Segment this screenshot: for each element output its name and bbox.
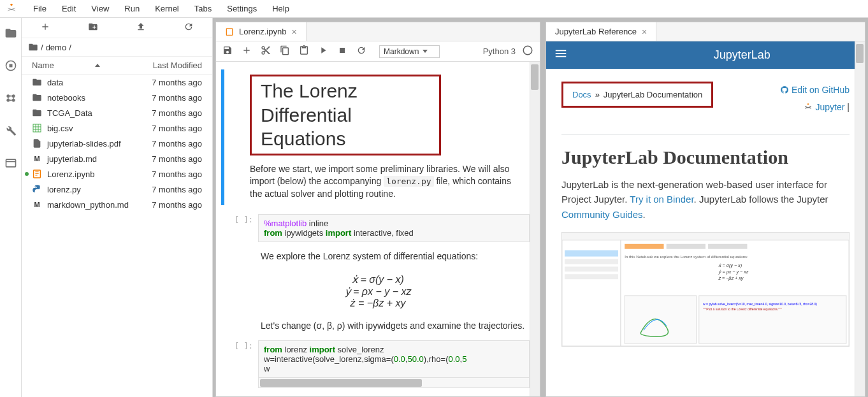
- cell-type-select[interactable]: Markdown: [379, 45, 440, 58]
- list-item[interactable]: Mjupyterlab.md7 months ago: [22, 151, 212, 166]
- tools-icon[interactable]: [4, 124, 17, 139]
- svg-point-4: [11, 94, 15, 97]
- refresh-icon[interactable]: [184, 22, 194, 34]
- svg-rect-24: [708, 244, 747, 249]
- code-cell[interactable]: [ ]: from lorenz import solve_lorenz w=i…: [216, 338, 540, 391]
- svg-point-14: [807, 103, 809, 105]
- svg-rect-20: [565, 266, 618, 271]
- svg-text:ẋ = σ(y − x): ẋ = σ(y − x): [718, 263, 742, 268]
- list-item[interactable]: Mmarkdown_python.md7 months ago: [22, 197, 212, 212]
- docs-body[interactable]: JupyterLab Docs » JupyterLab Documentati…: [546, 41, 865, 396]
- close-icon[interactable]: ×: [291, 27, 296, 37]
- code-input[interactable]: from lorenz import solve_lorenz w=intera…: [258, 340, 530, 378]
- restart-icon[interactable]: [356, 45, 366, 57]
- svg-text:"""Plot a solution to the Lore: """Plot a solution to the Lorenz differe…: [703, 307, 782, 311]
- list-item[interactable]: data7 months ago: [22, 75, 212, 90]
- menu-settings[interactable]: Settings: [219, 1, 264, 16]
- menu-tabs[interactable]: Tabs: [187, 1, 219, 16]
- menu-run[interactable]: Run: [117, 1, 147, 16]
- breadcrumb-folder[interactable]: demo: [46, 43, 67, 52]
- svg-point-0: [10, 3, 12, 5]
- edit-github-link[interactable]: Edit on GitHub: [780, 82, 850, 99]
- svg-rect-7: [6, 159, 15, 167]
- code-cell[interactable]: [ ]: %matplotlib inline from ipywidgets …: [216, 212, 540, 245]
- paste-icon[interactable]: [299, 45, 309, 57]
- notebook-body[interactable]: The Lorenz Differential Equations Before…: [216, 62, 540, 396]
- cut-icon[interactable]: [261, 45, 271, 57]
- svg-rect-11: [226, 28, 232, 35]
- folder-icon: [32, 108, 42, 118]
- code-input[interactable]: %matplotlib inline from ipywidgets impor…: [258, 214, 530, 242]
- file-browser-icon[interactable]: [4, 27, 17, 41]
- upload-icon[interactable]: [136, 22, 146, 34]
- header-modified[interactable]: Last Modified: [153, 61, 202, 70]
- main-menu-bar: File Edit View Run Kernel Tabs Settings …: [0, 0, 868, 18]
- scrollbar[interactable]: [530, 62, 540, 396]
- menu-edit[interactable]: Edit: [54, 1, 83, 16]
- svg-rect-18: [565, 250, 618, 257]
- menu-kernel[interactable]: Kernel: [147, 1, 187, 16]
- markdown-cell[interactable]: The Lorenz Differential Equations Before…: [221, 69, 540, 205]
- close-icon[interactable]: ×: [642, 27, 647, 37]
- jupyter-link[interactable]: Jupyter |: [780, 99, 850, 116]
- running-icon[interactable]: [4, 59, 17, 74]
- run-icon[interactable]: [318, 45, 328, 57]
- list-item[interactable]: lorenz.py7 months ago: [22, 182, 212, 197]
- jupyter-logo-icon: [5, 3, 18, 15]
- docs-breadcrumb-row: Docs » JupyterLab Documentation Edit on …: [561, 82, 850, 135]
- kernel-name[interactable]: Python 3: [483, 47, 516, 56]
- menu-file[interactable]: File: [25, 1, 54, 16]
- list-item[interactable]: jupyterlab-slides.pdf7 months ago: [22, 136, 212, 151]
- file-browser-toolbar: [22, 18, 212, 38]
- docs-screenshot-image: In this Notebook we explore the Lorenz s…: [561, 232, 850, 347]
- stop-icon[interactable]: [337, 45, 347, 57]
- tab-lorenz[interactable]: Lorenz.ipynb ×: [216, 22, 307, 41]
- docs-paragraph: JupyterLab is the next-generation web-ba…: [561, 177, 850, 222]
- svg-rect-22: [625, 244, 663, 249]
- docs-panel: JupyterLab Reference × JupyterLab Docs »: [546, 22, 865, 397]
- menu-help[interactable]: Help: [264, 1, 297, 16]
- svg-text:In this Notebook we explore th: In this Notebook we explore the Lorenz s…: [625, 255, 748, 259]
- notebook-title: The Lorenz Differential Equations: [250, 75, 441, 155]
- list-item[interactable]: TCGA_Data7 months ago: [22, 105, 212, 120]
- folder-icon: [32, 92, 42, 103]
- copy-icon[interactable]: [280, 45, 290, 57]
- notebook-toolbar: Markdown Python 3: [216, 41, 540, 62]
- scrollbar[interactable]: [855, 41, 865, 396]
- svg-point-5: [6, 99, 10, 102]
- svg-point-10: [35, 186, 36, 187]
- file-browser: / demo / Name Last Modified data7 months…: [22, 18, 213, 397]
- python-icon: [32, 184, 42, 194]
- binder-link[interactable]: Try it on Binder: [630, 194, 693, 205]
- commands-icon[interactable]: [4, 92, 17, 106]
- tabs-icon[interactable]: [4, 157, 17, 171]
- new-launcher-icon[interactable]: [40, 22, 50, 34]
- breadcrumb[interactable]: / demo /: [22, 38, 212, 57]
- notebook-icon: [32, 169, 42, 179]
- docs-header: JupyterLab: [546, 41, 865, 69]
- activity-bar: [0, 18, 22, 397]
- docs-actions: Edit on GitHub Jupyter |: [780, 82, 850, 115]
- horizontal-scrollbar[interactable]: [258, 378, 530, 388]
- hamburger-icon[interactable]: [554, 47, 568, 64]
- notebook-panel: Lorenz.ipynb × Markdown Python 3: [215, 22, 540, 397]
- github-icon: [780, 85, 789, 94]
- cell-prompt: [ ]:: [226, 340, 258, 388]
- list-item[interactable]: notebooks7 months ago: [22, 90, 212, 105]
- docs-link[interactable]: Docs: [572, 90, 591, 99]
- menu-view[interactable]: View: [83, 1, 117, 16]
- add-cell-icon[interactable]: [242, 45, 252, 57]
- list-item[interactable]: big.csv7 months ago: [22, 120, 212, 136]
- community-link[interactable]: Community Guides: [561, 209, 643, 220]
- markdown-text: Let's change (σ, β, ρ) with ipywidgets a…: [216, 314, 540, 338]
- save-icon[interactable]: [222, 45, 233, 57]
- svg-point-13: [523, 46, 532, 55]
- file-list: data7 months ago notebooks7 months ago T…: [22, 75, 212, 397]
- docs-h1: JupyterLab Documentation: [561, 147, 850, 168]
- docs-site-title: JupyterLab: [714, 48, 770, 62]
- new-folder-icon[interactable]: [88, 22, 98, 34]
- tab-docs[interactable]: JupyterLab Reference ×: [546, 22, 656, 41]
- header-name[interactable]: Name: [32, 61, 100, 70]
- list-item[interactable]: Lorenz.ipynb7 months ago: [22, 166, 212, 182]
- kernel-status-icon: [522, 45, 533, 58]
